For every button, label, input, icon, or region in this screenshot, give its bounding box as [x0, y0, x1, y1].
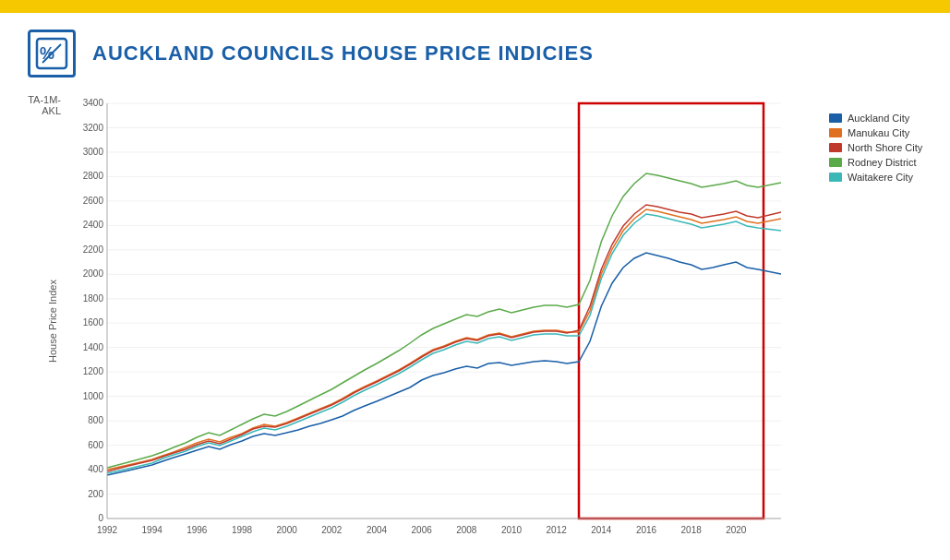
- grid-lines: [107, 103, 781, 518]
- svg-text:1998: 1998: [232, 525, 253, 535]
- line-north-shore-city: [107, 205, 781, 471]
- svg-text:1994: 1994: [142, 525, 163, 535]
- legend-label-manukau-city: Manukau City: [848, 127, 909, 138]
- chart-area: TA-1M-AKL House Price Index: [0, 94, 950, 555]
- legend-label-waitakere-city: Waitakere City: [848, 172, 913, 183]
- svg-text:2014: 2014: [591, 525, 612, 535]
- x-axis-labels: 1992 1994 1996 1998 2000 2002 2004 2006 …: [97, 525, 747, 535]
- ta-label: TA-1M-AKL: [18, 94, 61, 116]
- svg-text:1992: 1992: [97, 525, 118, 535]
- svg-text:2008: 2008: [456, 525, 477, 535]
- svg-text:600: 600: [88, 440, 103, 450]
- line-manukau-city: [107, 209, 781, 470]
- svg-text:2000: 2000: [83, 268, 104, 279]
- svg-text:800: 800: [88, 415, 103, 425]
- legend-label-north-shore-city: North Shore City: [848, 142, 922, 153]
- svg-text:0: 0: [98, 513, 103, 523]
- svg-text:2200: 2200: [83, 244, 104, 255]
- svg-text:1600: 1600: [83, 317, 104, 328]
- chart-lines: [107, 173, 781, 475]
- svg-text:2020: 2020: [726, 525, 747, 535]
- svg-text:200: 200: [88, 489, 103, 499]
- header: % AUCKLAND COUNCILS HOUSE PRICE INDICIES: [0, 13, 950, 94]
- highlight-box: [579, 103, 764, 518]
- logo-icon: %: [28, 30, 76, 77]
- legend-swatch-rodney-district: [829, 158, 842, 167]
- svg-text:2004: 2004: [367, 525, 388, 535]
- y-axis-labels: 0 200 400 600 800 1000 1200 1400 1600 18…: [83, 98, 104, 523]
- svg-text:3200: 3200: [83, 123, 104, 133]
- legend-swatch-auckland-city: [829, 113, 842, 123]
- svg-text:2010: 2010: [501, 525, 523, 535]
- chart-svg: 0 200 400 600 800 1000 1200 1400 1600 18…: [61, 94, 818, 546]
- legend-swatch-waitakere-city: [829, 173, 842, 182]
- y-axis-label: House Price Index: [47, 280, 58, 363]
- svg-text:1800: 1800: [83, 293, 104, 304]
- legend-swatch-manukau-city: [829, 128, 842, 137]
- top-bar: [0, 0, 950, 13]
- svg-text:400: 400: [88, 464, 103, 474]
- legend-item-waitakere-city: Waitakere City: [829, 172, 947, 183]
- svg-text:2012: 2012: [547, 525, 568, 535]
- page-title: AUCKLAND COUNCILS HOUSE PRICE INDICIES: [92, 42, 594, 66]
- chart-legend: Auckland City Manukau City North Shore C…: [818, 94, 947, 546]
- svg-text:2600: 2600: [83, 196, 104, 206]
- svg-text:2400: 2400: [83, 220, 104, 230]
- svg-text:2016: 2016: [636, 525, 657, 535]
- svg-text:2018: 2018: [681, 525, 703, 535]
- legend-item-north-shore-city: North Shore City: [829, 142, 947, 153]
- svg-text:2800: 2800: [83, 171, 104, 181]
- svg-rect-3: [107, 103, 781, 518]
- svg-text:3000: 3000: [83, 147, 104, 157]
- svg-text:1000: 1000: [83, 391, 104, 401]
- svg-text:2002: 2002: [321, 525, 343, 535]
- legend-item-auckland-city: Auckland City: [829, 113, 947, 124]
- svg-text:3400: 3400: [83, 98, 104, 108]
- chart-container: 0 200 400 600 800 1000 1200 1400 1600 18…: [61, 94, 818, 546]
- svg-text:1996: 1996: [186, 525, 208, 535]
- legend-item-manukau-city: Manukau City: [829, 127, 947, 138]
- svg-text:1400: 1400: [83, 342, 104, 352]
- line-waitakere-city: [107, 214, 781, 473]
- svg-text:1200: 1200: [83, 366, 104, 376]
- svg-text:2006: 2006: [412, 525, 433, 535]
- legend-item-rodney-district: Rodney District: [829, 157, 947, 168]
- legend-swatch-north-shore-city: [829, 143, 842, 152]
- svg-text:2000: 2000: [277, 525, 298, 535]
- legend-label-auckland-city: Auckland City: [848, 113, 909, 124]
- legend-label-rodney-district: Rodney District: [848, 157, 917, 168]
